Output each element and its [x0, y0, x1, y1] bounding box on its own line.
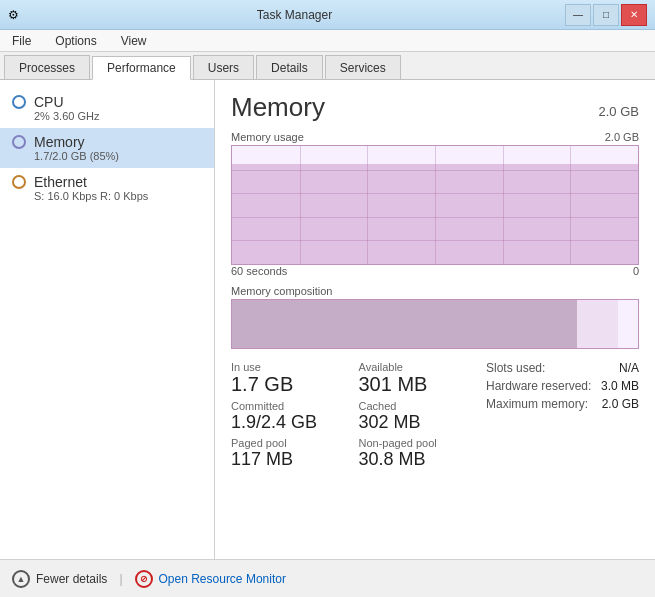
- grid-v-3: [435, 146, 436, 264]
- sidebar-cpu-sub: 2% 3.60 GHz: [34, 110, 202, 122]
- window-controls: — □ ✕: [565, 4, 647, 26]
- cached-label: Cached: [359, 400, 487, 412]
- open-resource-monitor-text: Open Resource Monitor: [159, 572, 286, 586]
- title-bar: ⚙ Task Manager — □ ✕: [0, 0, 655, 30]
- time-left-label: 60 seconds: [231, 265, 287, 277]
- hw-reserved-row: Hardware reserved: 3.0 MB: [486, 379, 639, 393]
- time-right-label: 0: [633, 265, 639, 277]
- stats-col-1: In use 1.7 GB Committed 1.9/2.4 GB Paged…: [231, 359, 359, 472]
- committed-value: 1.9/2.4 GB: [231, 412, 359, 433]
- available-stat: Available 301 MB: [359, 359, 487, 398]
- available-label: Available: [359, 361, 487, 373]
- close-button[interactable]: ✕: [621, 4, 647, 26]
- usage-chart-label: Memory usage 2.0 GB: [231, 131, 639, 143]
- stats-col-2: Available 301 MB Cached 302 MB Non-paged…: [359, 359, 487, 472]
- in-use-stat: In use 1.7 GB: [231, 359, 359, 398]
- slots-row: Slots used: N/A: [486, 361, 639, 375]
- detail-capacity: 2.0 GB: [599, 104, 639, 119]
- composition-label: Memory composition: [231, 285, 639, 297]
- app-icon: ⚙: [8, 7, 24, 23]
- sidebar-item-cpu[interactable]: CPU 2% 3.60 GHz: [0, 88, 214, 128]
- open-resource-monitor-link[interactable]: ⊘ Open Resource Monitor: [135, 570, 286, 588]
- hw-reserved-value: 3.0 MB: [601, 379, 639, 393]
- sidebar-ethernet-header: Ethernet: [12, 174, 202, 190]
- usage-max-label: 2.0 GB: [605, 131, 639, 143]
- tab-users[interactable]: Users: [193, 55, 254, 79]
- sidebar: CPU 2% 3.60 GHz Memory 1.7/2.0 GB (85%) …: [0, 80, 215, 559]
- tab-services[interactable]: Services: [325, 55, 401, 79]
- sidebar-cpu-header: CPU: [12, 94, 202, 110]
- bottom-separator: |: [119, 572, 122, 586]
- detail-title: Memory: [231, 92, 325, 123]
- sidebar-memory-name: Memory: [34, 134, 85, 150]
- sidebar-ethernet-sub: S: 16.0 Kbps R: 0 Kbps: [34, 190, 202, 202]
- hw-reserved-label: Hardware reserved:: [486, 379, 591, 393]
- available-value: 301 MB: [359, 373, 487, 396]
- sidebar-cpu-name: CPU: [34, 94, 64, 110]
- detail-panel: Memory 2.0 GB Memory usage 2.0 GB: [215, 80, 655, 559]
- committed-label: Committed: [231, 400, 359, 412]
- chart-grid: [232, 146, 638, 264]
- sidebar-memory-sub: 1.7/2.0 GB (85%): [34, 150, 202, 162]
- non-paged-label: Non-paged pool: [359, 437, 487, 449]
- memory-composition-chart: [231, 299, 639, 349]
- comp-in-use: [232, 300, 577, 348]
- max-memory-value: 2.0 GB: [602, 397, 639, 411]
- main-content: CPU 2% 3.60 GHz Memory 1.7/2.0 GB (85%) …: [0, 80, 655, 559]
- bottom-bar: ▲ Fewer details | ⊘ Open Resource Monito…: [0, 559, 655, 597]
- slots-label: Slots used:: [486, 361, 545, 375]
- cached-value: 302 MB: [359, 412, 487, 433]
- maximize-button[interactable]: □: [593, 4, 619, 26]
- composition-bar: [232, 300, 638, 348]
- paged-pool-stat: Paged pool 117 MB: [231, 435, 359, 472]
- minimize-button[interactable]: —: [565, 4, 591, 26]
- fewer-details-icon: ▲: [12, 570, 30, 588]
- stats-grid: In use 1.7 GB Committed 1.9/2.4 GB Paged…: [231, 359, 639, 472]
- paged-pool-label: Paged pool: [231, 437, 359, 449]
- memory-usage-section: Memory usage 2.0 GB 60 seconds: [231, 131, 639, 277]
- resource-monitor-icon: ⊘: [135, 570, 153, 588]
- non-paged-stat: Non-paged pool 30.8 MB: [359, 435, 487, 472]
- menu-file[interactable]: File: [4, 32, 39, 50]
- tabs-bar: Processes Performance Users Details Serv…: [0, 52, 655, 80]
- max-memory-row: Maximum memory: 2.0 GB: [486, 397, 639, 411]
- memory-composition-section: Memory composition: [231, 285, 639, 349]
- time-labels: 60 seconds 0: [231, 265, 639, 277]
- sidebar-memory-header: Memory: [12, 134, 202, 150]
- usage-label-text: Memory usage: [231, 131, 304, 143]
- window-title: Task Manager: [24, 8, 565, 22]
- detail-header: Memory 2.0 GB: [231, 92, 639, 123]
- cached-stat: Cached 302 MB: [359, 398, 487, 435]
- stats-col-3: Slots used: N/A Hardware reserved: 3.0 M…: [486, 359, 639, 472]
- slots-value: N/A: [619, 361, 639, 375]
- grid-v-1: [300, 146, 301, 264]
- in-use-label: In use: [231, 361, 359, 373]
- comp-standby: [577, 300, 618, 348]
- tab-performance[interactable]: Performance: [92, 56, 191, 80]
- paged-pool-value: 117 MB: [231, 449, 359, 470]
- tab-processes[interactable]: Processes: [4, 55, 90, 79]
- grid-v-5: [570, 146, 571, 264]
- fewer-details-link[interactable]: ▲ Fewer details: [12, 570, 107, 588]
- memory-status-dot: [12, 135, 26, 149]
- menu-options[interactable]: Options: [47, 32, 104, 50]
- menu-bar: File Options View: [0, 30, 655, 52]
- menu-view[interactable]: View: [113, 32, 155, 50]
- grid-v-2: [367, 146, 368, 264]
- sidebar-item-memory[interactable]: Memory 1.7/2.0 GB (85%): [0, 128, 214, 168]
- committed-stat: Committed 1.9/2.4 GB: [231, 398, 359, 435]
- non-paged-value: 30.8 MB: [359, 449, 487, 470]
- comp-free: [618, 300, 638, 348]
- memory-usage-chart: [231, 145, 639, 265]
- tab-details[interactable]: Details: [256, 55, 323, 79]
- sidebar-item-ethernet[interactable]: Ethernet S: 16.0 Kbps R: 0 Kbps: [0, 168, 214, 208]
- grid-v-4: [503, 146, 504, 264]
- max-memory-label: Maximum memory:: [486, 397, 588, 411]
- sidebar-ethernet-name: Ethernet: [34, 174, 87, 190]
- ethernet-status-dot: [12, 175, 26, 189]
- fewer-details-text: Fewer details: [36, 572, 107, 586]
- in-use-value: 1.7 GB: [231, 373, 359, 396]
- cpu-status-dot: [12, 95, 26, 109]
- composition-label-text: Memory composition: [231, 285, 332, 297]
